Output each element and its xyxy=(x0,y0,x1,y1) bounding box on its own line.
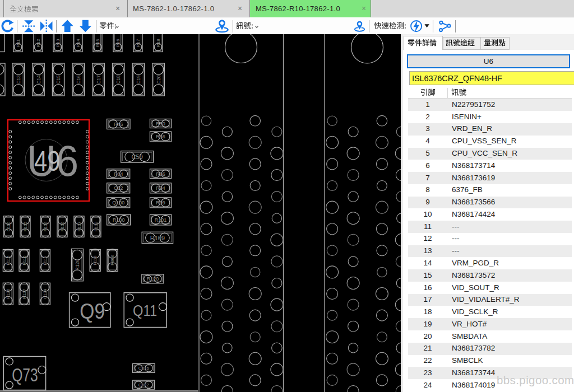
svg-text:R107: R107 xyxy=(77,222,82,232)
svg-text:R106: R106 xyxy=(60,222,65,232)
svg-text:R120: R120 xyxy=(147,276,159,282)
svg-text:R115: R115 xyxy=(6,255,11,265)
svg-text:R99: R99 xyxy=(156,200,165,206)
svg-text:C59: C59 xyxy=(132,153,143,160)
svg-text:C816: C816 xyxy=(138,366,150,371)
svg-text:R56: R56 xyxy=(156,134,165,139)
svg-text:C19: C19 xyxy=(136,75,141,84)
svg-text:Q100: Q100 xyxy=(112,200,124,206)
svg-text:C20: C20 xyxy=(156,75,161,84)
svg-text:R12: R12 xyxy=(36,39,41,47)
svg-text:C15: C15 xyxy=(55,75,61,84)
svg-text:C16: C16 xyxy=(76,75,81,84)
svg-text:R868: R868 xyxy=(110,255,115,265)
svg-text:C14: C14 xyxy=(36,75,41,84)
svg-text:C82: C82 xyxy=(114,185,123,191)
svg-text:R126: R126 xyxy=(6,289,11,299)
svg-text:R46: R46 xyxy=(114,122,123,127)
svg-text:R100: R100 xyxy=(113,217,125,223)
svg-text:R106: R106 xyxy=(43,222,48,232)
svg-text:R116: R116 xyxy=(22,255,27,265)
svg-text:R86: R86 xyxy=(156,171,165,177)
svg-text:Q11: Q11 xyxy=(133,302,157,319)
svg-text:R15: R15 xyxy=(95,39,100,47)
svg-text:R50: R50 xyxy=(156,121,165,127)
svg-text:C17: C17 xyxy=(96,75,101,84)
svg-text:R101: R101 xyxy=(155,217,167,223)
svg-text:R127: R127 xyxy=(22,289,27,299)
svg-text:R13: R13 xyxy=(55,39,61,47)
svg-text:C110: C110 xyxy=(6,222,11,231)
svg-text:R17: R17 xyxy=(136,39,141,47)
svg-text:R16: R16 xyxy=(115,39,121,47)
svg-text:C18: C18 xyxy=(115,75,121,84)
svg-text:R94: R94 xyxy=(156,185,165,191)
svg-text:C822: C822 xyxy=(138,382,150,388)
svg-text:49: 49 xyxy=(34,146,61,177)
svg-text:R14: R14 xyxy=(76,39,81,47)
svg-text:R18: R18 xyxy=(156,39,161,47)
svg-text:R105: R105 xyxy=(23,222,28,232)
svg-text:C13: C13 xyxy=(16,75,21,84)
svg-text:Q73: Q73 xyxy=(12,364,38,385)
svg-text:R109: R109 xyxy=(150,235,165,241)
svg-text:Q9: Q9 xyxy=(80,299,105,323)
svg-text:R108: R108 xyxy=(94,222,99,232)
svg-text:R126: R126 xyxy=(75,259,80,271)
svg-text:R84: R84 xyxy=(114,171,123,177)
svg-text:C124: C124 xyxy=(43,289,48,299)
svg-text:R118: R118 xyxy=(92,255,98,265)
svg-text:R11: R11 xyxy=(16,39,21,47)
svg-text:R117: R117 xyxy=(43,255,48,265)
